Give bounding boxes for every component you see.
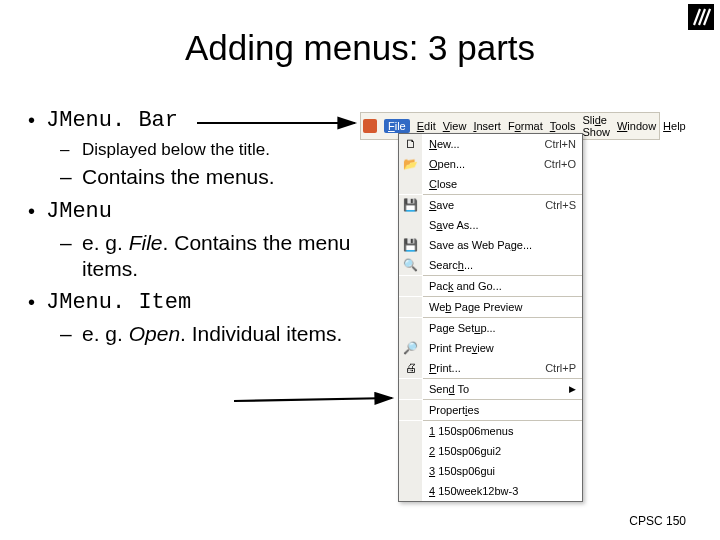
slide-title: Adding menus: 3 parts bbox=[0, 28, 720, 68]
menubar-item-slide-show[interactable]: Slide Show bbox=[582, 114, 610, 138]
blank-icon bbox=[399, 215, 423, 235]
sub-bullet: e. g. Open. Individual items. bbox=[82, 321, 342, 347]
save-icon: 💾 bbox=[399, 195, 423, 215]
saveweb-icon: 💾 bbox=[399, 235, 423, 255]
svg-line-4 bbox=[234, 398, 392, 401]
menu-item-properties[interactable]: Properties bbox=[399, 400, 582, 420]
slide-body: •JMenu. Bar –Displayed below the title. … bbox=[28, 108, 363, 351]
preview-icon: 🔎 bbox=[399, 338, 423, 358]
slide-logo bbox=[688, 4, 714, 30]
bullet-jmenuitem: JMenu. Item bbox=[46, 290, 191, 315]
menu-item-2-150sp06gui2[interactable]: 2 150sp06gui2 bbox=[399, 441, 582, 461]
menu-item-label: Save As... bbox=[423, 219, 576, 231]
blank-icon bbox=[399, 441, 423, 461]
menu-item-save-as[interactable]: Save As... bbox=[399, 215, 582, 235]
menubar-item-view[interactable]: View bbox=[443, 120, 467, 132]
menu-item-shortcut: Ctrl+N bbox=[541, 138, 576, 150]
menu-item-4-150week12bw-3[interactable]: 4 150week12bw-3 bbox=[399, 481, 582, 501]
blank-icon bbox=[399, 379, 423, 399]
blank-icon bbox=[399, 297, 423, 317]
app-icon bbox=[363, 119, 377, 133]
search-icon: 🔍 bbox=[399, 255, 423, 275]
blank-icon bbox=[399, 461, 423, 481]
menubar-item-help[interactable]: Help bbox=[663, 120, 686, 132]
menu-item-label: Page Setup... bbox=[423, 322, 576, 334]
sub-bullet: e. g. File. Contains the menu items. bbox=[82, 230, 363, 283]
menu-item-close[interactable]: Close bbox=[399, 174, 582, 194]
menu-item-label: Search... bbox=[423, 259, 576, 271]
menu-item-label: Print Preview bbox=[423, 342, 576, 354]
blank-icon bbox=[399, 481, 423, 501]
menu-item-search[interactable]: 🔍Search... bbox=[399, 255, 582, 275]
arrow-to-menubar bbox=[195, 110, 365, 136]
sub-bullet: Displayed below the title. bbox=[82, 139, 270, 160]
blank-icon bbox=[399, 174, 423, 194]
menu-item-label: Save as Web Page... bbox=[423, 239, 576, 251]
blank-icon bbox=[399, 318, 423, 338]
arrow-to-menuitem bbox=[232, 388, 402, 414]
menu-item-pack-and-go[interactable]: Pack and Go... bbox=[399, 276, 582, 296]
menu-item-label: Print... bbox=[423, 362, 541, 374]
menu-item-shortcut: Ctrl+O bbox=[540, 158, 576, 170]
menu-item-label: Web Page Preview bbox=[423, 301, 576, 313]
open-icon: 📂 bbox=[399, 154, 423, 174]
menu-item-label: Properties bbox=[423, 404, 576, 416]
file-menu-dropdown: 🗋New...Ctrl+N📂Open...Ctrl+OClose💾SaveCtr… bbox=[398, 133, 583, 502]
menu-item-1-150sp06menus[interactable]: 1 150sp06menus bbox=[399, 421, 582, 441]
menu-item-save[interactable]: 💾SaveCtrl+S bbox=[399, 195, 582, 215]
menubar-item-format[interactable]: Format bbox=[508, 120, 543, 132]
menu-item-label: Close bbox=[423, 178, 576, 190]
menu-item-label: 1 150sp06menus bbox=[423, 425, 576, 437]
menu-item-label: Pack and Go... bbox=[423, 280, 576, 292]
menu-item-shortcut: Ctrl+S bbox=[541, 199, 576, 211]
menubar-item-window[interactable]: Window bbox=[617, 120, 656, 132]
menu-item-label: 2 150sp06gui2 bbox=[423, 445, 576, 457]
menu-item-send-to[interactable]: Send To▶ bbox=[399, 379, 582, 399]
submenu-arrow-icon: ▶ bbox=[569, 384, 576, 394]
menu-item-print[interactable]: 🖨Print...Ctrl+P bbox=[399, 358, 582, 378]
menu-item-save-as-web-page[interactable]: 💾Save as Web Page... bbox=[399, 235, 582, 255]
new-icon: 🗋 bbox=[399, 134, 423, 154]
menu-item-shortcut: Ctrl+P bbox=[541, 362, 576, 374]
bullet-jmenubar: JMenu. Bar bbox=[46, 108, 178, 133]
print-icon: 🖨 bbox=[399, 358, 423, 378]
bullet-jmenu: JMenu bbox=[46, 199, 112, 224]
menu-item-new[interactable]: 🗋New...Ctrl+N bbox=[399, 134, 582, 154]
menu-item-label: Open... bbox=[423, 158, 540, 170]
menu-item-open[interactable]: 📂Open...Ctrl+O bbox=[399, 154, 582, 174]
blank-icon bbox=[399, 400, 423, 420]
menu-item-print-preview[interactable]: 🔎Print Preview bbox=[399, 338, 582, 358]
blank-icon bbox=[399, 276, 423, 296]
slide-footer: CPSC 150 bbox=[629, 514, 686, 528]
menubar-item-tools[interactable]: Tools bbox=[550, 120, 576, 132]
menu-item-label: 3 150sp06gui bbox=[423, 465, 576, 477]
sub-bullet: Contains the menus. bbox=[82, 164, 275, 190]
menu-item-label: New... bbox=[423, 138, 541, 150]
menu-item-label: Save bbox=[423, 199, 541, 211]
menubar-item-insert[interactable]: Insert bbox=[473, 120, 501, 132]
menu-item-page-setup[interactable]: Page Setup... bbox=[399, 318, 582, 338]
menu-item-label: 4 150week12bw-3 bbox=[423, 485, 576, 497]
menubar-item-file[interactable]: File bbox=[384, 119, 410, 133]
blank-icon bbox=[399, 421, 423, 441]
menu-item-web-page-preview[interactable]: Web Page Preview bbox=[399, 297, 582, 317]
menu-item-3-150sp06gui[interactable]: 3 150sp06gui bbox=[399, 461, 582, 481]
menubar-item-edit[interactable]: Edit bbox=[417, 120, 436, 132]
menu-item-label: Send To bbox=[423, 383, 569, 395]
